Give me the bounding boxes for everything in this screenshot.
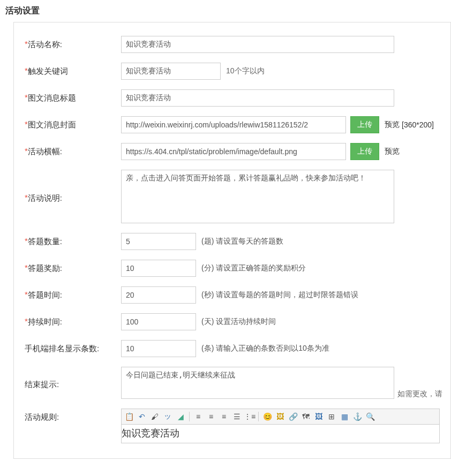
cover-upload-button[interactable]: 上传 [350,116,379,133]
emoji-icon[interactable]: 😊 [262,411,273,422]
label-mobile-rank: 手机端排名显示条数: [25,344,99,353]
label-banner: 活动横幅: [28,147,62,156]
media-icon[interactable]: 🖼 [313,411,324,422]
trigger-keyword-hint: 10个字以内 [226,66,265,76]
unordered-list-icon[interactable]: ⋮≡ [244,411,255,422]
banner-upload-button[interactable]: 上传 [350,143,379,160]
eraser-icon[interactable]: ◢ [175,411,186,422]
question-count-hint: (题) 请设置每天的答题数 [201,237,283,246]
label-end-prompt: 结束提示: [25,380,59,389]
message-cover-input[interactable] [121,116,346,133]
trigger-keyword-input[interactable] [121,63,221,80]
zoom-icon[interactable]: 🔍 [365,411,375,422]
answer-time-input[interactable] [121,286,196,304]
undo-icon[interactable]: ↶ [137,411,147,422]
duration-hint: (天) 设置活动持续时间 [201,317,276,327]
format-painter-icon[interactable]: ッ [162,411,173,422]
anchor-icon[interactable]: ⚓ [352,411,363,422]
label-trigger-keyword: 触发关键词 [28,66,68,75]
image-icon[interactable]: 🖼 [275,411,285,422]
editor-body[interactable]: 知识竞赛活动 [121,425,440,443]
paste-icon[interactable]: 📋 [124,411,134,422]
activity-name-input[interactable] [121,36,394,53]
table-icon[interactable]: ▦ [339,411,350,422]
label-description: 活动说明: [28,193,62,202]
end-prompt-change-hint: 如需更改，请 [397,389,442,399]
mobile-rank-hint: (条) 请输入正确的条数否则以10条为准 [201,344,329,353]
reward-input[interactable] [121,260,196,277]
page-title: 活动设置 [0,0,451,22]
answer-time-hint: (秒) 请设置每题的答题时间，超过时限答题错误 [201,290,358,300]
label-activity-name: 活动名称: [28,40,62,49]
rules-editor[interactable]: 📋 ↶ 🖌 ッ ◢ ≡ ≡ ≡ ☰ ⋮≡ 😊 🖼 🔗 🗺 🖼 ⊞ ▦ ⚓ [121,409,440,443]
align-center-icon[interactable]: ≡ [206,411,216,422]
label-reward: 答题奖励: [28,263,62,273]
question-count-input[interactable] [121,233,196,250]
banner-input[interactable] [121,143,346,160]
ordered-list-icon[interactable]: ☰ [231,411,242,422]
editor-toolbar: 📋 ↶ 🖌 ッ ◢ ≡ ≡ ≡ ☰ ⋮≡ 😊 🖼 🔗 🗺 🖼 ⊞ ▦ ⚓ [121,409,440,425]
label-answer-time: 答题时间: [28,290,62,299]
label-duration: 持续时间: [28,317,62,326]
link-icon[interactable]: 🔗 [288,411,298,422]
mobile-rank-input[interactable] [121,340,196,357]
align-right-icon[interactable]: ≡ [219,411,229,422]
banner-preview-link[interactable]: 预览 [385,147,400,156]
reward-hint: (分) 请设置正确答题的奖励积分 [201,263,306,273]
message-title-input[interactable] [121,89,394,107]
pagebreak-icon[interactable]: ⊞ [326,411,337,422]
description-textarea[interactable] [121,170,394,223]
clear-format-icon[interactable]: 🖌 [149,411,160,422]
form-panel: *活动名称: *触发关键词 10个字以内 *图文消息标题 *图文消息封面 上传 … [13,22,451,459]
align-left-icon[interactable]: ≡ [193,411,204,422]
duration-input[interactable] [121,313,196,330]
label-question-count: 答题数量: [28,237,62,246]
label-message-cover: 图文消息封面 [28,120,76,129]
cover-preview-link[interactable]: 预览 [385,120,400,130]
label-message-title: 图文消息标题 [28,93,76,102]
end-prompt-textarea[interactable] [121,367,394,399]
label-rules: 活动规则: [25,412,59,421]
cover-size-hint: [360*200] [402,120,434,129]
map-icon[interactable]: 🗺 [300,411,311,422]
